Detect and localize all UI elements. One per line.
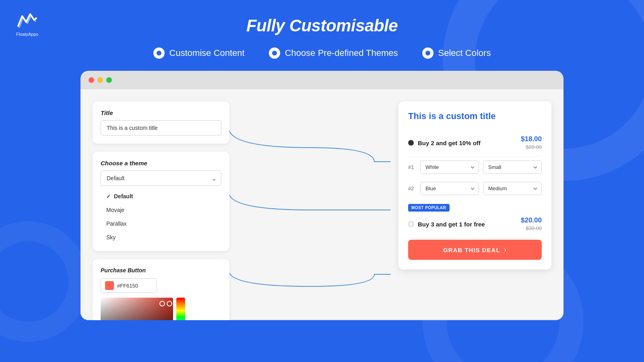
deal-1-price: $18.00 $20.00	[521, 135, 542, 150]
page-title: Fully Customisable	[0, 16, 644, 35]
theme-sky-label: Sky	[106, 234, 116, 241]
color-gradient-picker[interactable]	[101, 298, 173, 320]
left-panel: Title Choose a theme Default Movaje Para…	[93, 101, 229, 307]
tab-label-2: Choose Pre-defined Themes	[285, 48, 398, 58]
deal-1-price-original: $20.00	[526, 144, 542, 150]
theme-card: Choose a theme Default Movaje Parallax S…	[93, 152, 229, 251]
deal-row-2[interactable]: Buy 3 and get 1 for free $20.00 $30.00	[408, 212, 542, 237]
grab-btn-arrow-icon: ›	[504, 246, 507, 253]
bg-decoration-3	[0, 221, 89, 342]
color-hex-value: #FF6150	[117, 283, 138, 289]
window-maximize-dot[interactable]	[106, 77, 112, 83]
preview-title: This is a custom title	[408, 111, 542, 121]
theme-option-sky-item[interactable]: Sky	[101, 232, 221, 243]
tab-colors[interactable]: Select Colors	[422, 47, 491, 59]
color-picker-area[interactable]	[101, 298, 221, 320]
deal-2-price-current: $20.00	[521, 216, 542, 224]
theme-default-label: Default	[114, 193, 133, 200]
theme-select[interactable]: Default Movaje Parallax Sky	[101, 171, 221, 186]
picker-handle-2[interactable]	[159, 301, 165, 306]
variant-1-color-select[interactable]: White Blue Red	[420, 160, 479, 174]
variant-2-color-select[interactable]: Blue White Red	[420, 182, 479, 195]
color-input-row[interactable]: #FF6150	[101, 278, 157, 293]
deal-2-text: Buy 3 and get 1 for free	[418, 221, 521, 228]
variant-row-1: #1 White Blue Red Small Medium Large	[408, 156, 542, 178]
badge-row: MOST POPULAR	[408, 204, 542, 212]
color-picker-card: Purchase Button #FF6150	[93, 259, 229, 320]
title-field-label: Title	[101, 109, 221, 116]
tab-label-3: Select Colors	[438, 48, 491, 58]
page-header: Fully Customisable Customise Content Cho…	[0, 0, 644, 59]
theme-options-list: ✓ Default Movaje Parallax Sky	[101, 191, 221, 243]
check-icon: ✓	[106, 193, 111, 200]
hue-slider[interactable]	[176, 298, 185, 320]
tab-customise-content[interactable]: Customise Content	[153, 47, 245, 59]
theme-parallax-label: Parallax	[106, 220, 127, 227]
grab-btn-label: GRAB THIS DEAL	[443, 247, 500, 253]
deal-radio-1[interactable]	[408, 140, 414, 146]
deal-radio-2[interactable]	[408, 221, 414, 227]
variant-2-num: #2	[408, 185, 416, 191]
window-content: Title Choose a theme Default Movaje Para…	[80, 89, 564, 319]
grab-this-deal-button[interactable]: GRAB THIS DEAL ›	[408, 240, 542, 260]
theme-option-movaje-item[interactable]: Movaje	[101, 204, 221, 216]
deal-row-1[interactable]: Buy 2 and get 10% off $18.00 $20.00	[408, 130, 542, 156]
variant-row-2: #2 Blue White Red Medium Small Large	[408, 178, 542, 199]
tab-themes[interactable]: Choose Pre-defined Themes	[269, 47, 398, 59]
tab-dot-1	[153, 47, 165, 59]
theme-movaje-label: Movaje	[106, 207, 124, 213]
tab-dot-2	[269, 47, 280, 59]
deal-2-price-original: $30.00	[526, 225, 542, 231]
title-input[interactable]	[101, 120, 221, 136]
theme-option-default-item[interactable]: ✓ Default	[101, 191, 221, 202]
tab-label-1: Customise Content	[169, 48, 245, 58]
window-close-dot[interactable]	[89, 77, 94, 83]
theme-select-wrapper: Default Movaje Parallax Sky ⌄	[101, 171, 221, 186]
color-swatch	[105, 281, 114, 290]
variant-1-size-select[interactable]: Small Medium Large	[483, 160, 542, 174]
preview-panel: This is a custom title Buy 2 and get 10%…	[398, 101, 551, 269]
tab-dot-3	[422, 47, 433, 59]
deal-1-price-current: $18.00	[521, 135, 542, 143]
feature-tabs: Customise Content Choose Pre-defined The…	[0, 47, 644, 59]
theme-option-parallax-item[interactable]: Parallax	[101, 218, 221, 229]
browser-window: Title Choose a theme Default Movaje Para…	[80, 71, 564, 320]
variant-1-num: #1	[408, 164, 416, 170]
deal-1-text: Buy 2 and get 10% off	[418, 140, 521, 146]
color-field-label: Purchase Button	[101, 267, 221, 274]
deal-2-price: $20.00 $30.00	[521, 216, 542, 232]
title-card: Title	[93, 101, 229, 144]
most-popular-badge: MOST POPULAR	[408, 204, 450, 212]
theme-field-label: Choose a theme	[101, 160, 221, 167]
picker-handle-1[interactable]	[167, 301, 172, 306]
window-chrome	[80, 71, 564, 89]
variant-2-size-select[interactable]: Medium Small Large	[483, 182, 542, 195]
window-minimize-dot[interactable]	[97, 77, 103, 83]
